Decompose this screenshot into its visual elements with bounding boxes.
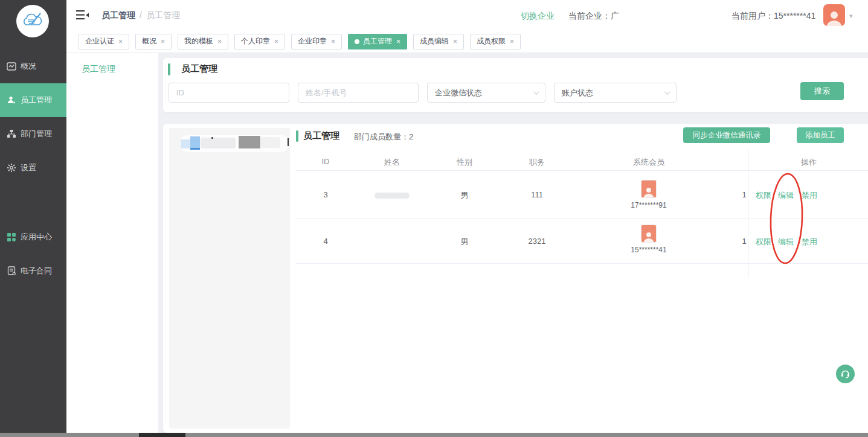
chevron-down-icon <box>664 89 670 95</box>
close-icon[interactable]: × <box>453 37 457 46</box>
collapse-menu-icon[interactable] <box>76 10 89 20</box>
fixed-column-divider <box>748 148 748 277</box>
close-icon[interactable]: × <box>396 37 400 46</box>
redacted-blob <box>211 137 213 139</box>
tab-enterprise-seal[interactable]: 企业印章× <box>291 34 342 49</box>
redacted-blob <box>239 136 260 148</box>
sidebar-item-label: 设置 <box>21 162 36 173</box>
avatar-person-icon <box>643 231 655 242</box>
cell-job: 2321 <box>529 237 546 246</box>
account-status-select[interactable]: 账户状态 <box>554 83 677 103</box>
member-avatar <box>641 180 657 198</box>
breadcrumb: 员工管理/员工管理 <box>101 10 180 21</box>
sync-wechat-contacts-button[interactable]: 同步企业微信通讯录 <box>683 127 770 143</box>
id-input[interactable] <box>169 83 289 103</box>
filter-card: 员工管理 企业微信状态 账户状态 搜索 <box>163 58 868 112</box>
member-count: 部门成员数量：2 <box>354 132 413 142</box>
overview-chart-icon <box>7 62 16 71</box>
select-placeholder: 企业微信状态 <box>435 88 482 98</box>
sidebar-item-departments[interactable]: 部门管理 <box>0 117 66 151</box>
redacted-blob <box>181 139 191 148</box>
close-icon[interactable]: × <box>331 37 335 46</box>
breadcrumb-parent[interactable]: 员工管理 <box>101 10 135 20</box>
tab-label: 我的模板 <box>184 36 213 46</box>
cell-member-phone: 17*******91 <box>631 201 666 209</box>
col-header-member: 系统会员 <box>633 157 664 168</box>
col-header-name: 姓名 <box>384 157 400 168</box>
col-header-id: ID <box>322 157 330 166</box>
tab-overview[interactable]: 概况× <box>135 34 172 49</box>
close-icon[interactable]: × <box>510 37 514 46</box>
close-icon[interactable]: × <box>118 37 123 46</box>
chevron-down-icon <box>533 89 539 95</box>
col-header-job: 职务 <box>529 157 545 168</box>
top-header: 员工管理/员工管理 切换企业 当前企业：广 当前用户：15*******41 ▾ <box>66 0 868 30</box>
cell-id: 4 <box>323 237 327 246</box>
current-user-label: 当前用户：15*******41 <box>731 11 815 22</box>
app-center-grid-icon <box>7 232 16 242</box>
tab-enterprise-auth[interactable]: 企业认证× <box>79 34 129 49</box>
sidebar-item-app-center[interactable]: 应用中心 <box>0 220 66 254</box>
user-menu-caret-icon[interactable]: ▾ <box>849 12 853 20</box>
sidebar-item-e-contract[interactable]: 电子合同 <box>0 254 66 288</box>
tab-employee-management[interactable]: 员工管理× <box>348 34 407 49</box>
table-card-title: 员工管理 <box>303 130 339 142</box>
sidebar-item-label: 员工管理 <box>21 95 52 106</box>
tab-member-edit[interactable]: 成员编辑× <box>413 34 464 49</box>
tab-my-templates[interactable]: 我的模板× <box>178 34 228 49</box>
tab-label: 企业认证 <box>85 36 114 46</box>
sidebar-item-settings[interactable]: 设置 <box>0 151 66 185</box>
main-sidebar: 概况 员工管理 部门管理 设置 <box>0 0 66 433</box>
department-tree-panel-redacted <box>169 128 290 429</box>
avatar-person-icon <box>825 9 843 26</box>
sidebar-item-label: 概况 <box>21 61 36 72</box>
sidebar-item-overview[interactable]: 概况 <box>0 49 66 83</box>
tab-label: 概况 <box>142 36 156 46</box>
tab-personal-seal[interactable]: 个人印章× <box>234 34 285 49</box>
sidebar-item-label: 部门管理 <box>21 129 52 139</box>
close-icon[interactable]: × <box>161 37 165 46</box>
wechat-status-select[interactable]: 企业微信状态 <box>427 83 545 103</box>
sidebar-item-label: 应用中心 <box>21 232 52 243</box>
cell-clipped-value: 1 <box>742 237 746 246</box>
redacted-blob <box>190 148 200 150</box>
app-logo[interactable] <box>16 5 49 37</box>
tab-member-permissions[interactable]: 成员权限× <box>470 34 521 49</box>
red-circle-annotation <box>767 171 806 267</box>
redacted-blob <box>288 138 289 146</box>
current-company-label: 当前企业：广 <box>568 11 619 22</box>
select-placeholder: 账户状态 <box>562 88 593 98</box>
active-tab-dot <box>355 39 359 44</box>
settings-gear-icon <box>7 163 16 173</box>
col-header-gender: 性别 <box>457 157 472 168</box>
horizontal-scrollbar[interactable] <box>0 433 868 437</box>
employee-table-card: 员工管理 部门成员数量：2 同步企业微信通讯录 添加员工 ID 姓名 性别 职务… <box>163 124 868 433</box>
tab-label: 成员权限 <box>477 36 506 46</box>
switch-company-link[interactable]: 切换企业 <box>521 11 555 22</box>
filter-card-title: 员工管理 <box>181 63 217 75</box>
cell-gender: 男 <box>461 237 469 247</box>
member-count-value: 2 <box>409 132 413 141</box>
headset-icon <box>840 369 850 379</box>
submenu-item-employees[interactable]: 员工管理 <box>82 64 158 75</box>
close-icon[interactable]: × <box>217 37 222 46</box>
name-phone-input[interactable] <box>298 83 419 103</box>
section-accent-bar <box>296 130 298 142</box>
customer-service-fab[interactable] <box>836 365 855 383</box>
search-button[interactable]: 搜索 <box>800 82 844 100</box>
member-avatar <box>641 225 657 243</box>
breadcrumb-current: 员工管理 <box>146 10 180 20</box>
scrollbar-thumb[interactable] <box>139 433 185 437</box>
redacted-blob <box>201 138 236 148</box>
close-icon[interactable]: × <box>274 37 278 46</box>
add-employee-button[interactable]: 添加员工 <box>797 127 844 143</box>
cell-id: 3 <box>323 190 327 199</box>
cell-clipped-value: 1 <box>742 190 746 199</box>
cloud-signature-logo-icon <box>21 9 45 33</box>
member-count-label: 部门成员数量： <box>354 132 409 141</box>
sidebar-item-employees[interactable]: 员工管理 <box>0 83 66 117</box>
user-avatar[interactable] <box>823 4 845 26</box>
breadcrumb-separator: / <box>140 10 142 20</box>
tab-label: 企业印章 <box>298 36 327 46</box>
col-header-actions: 操作 <box>801 157 817 168</box>
